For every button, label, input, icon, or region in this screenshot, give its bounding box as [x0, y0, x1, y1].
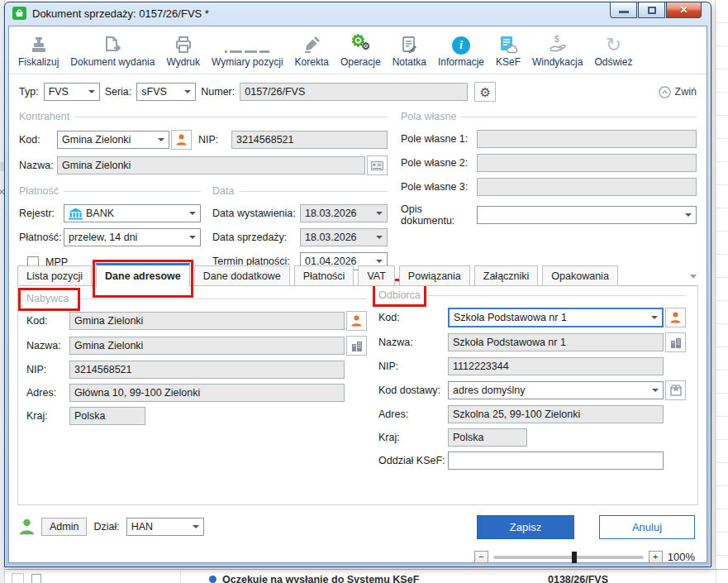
rejestr-label: Rejestr: — [19, 208, 64, 219]
sales-document-window: Dokument sprzedaży: 0157/26/FVS * ✕ Fisk… — [4, 2, 711, 567]
nabywca-adres-field: Główna 10, 99-100 Zielonki — [69, 384, 345, 402]
zoom-in-button[interactable]: + — [649, 551, 663, 563]
toolbar-wydruk[interactable]: Wydruk — [160, 32, 206, 68]
odbiorca-card-button[interactable] — [665, 308, 686, 327]
tab-vat[interactable]: VAT — [358, 265, 394, 286]
nabywca-nazwa-label: Nazwa: — [26, 340, 69, 351]
toolbar-ksef[interactable]: KSeF — [490, 32, 526, 68]
close-button[interactable]: ✕ — [666, 2, 702, 18]
hand-dollar-icon: $ — [547, 32, 569, 55]
odbiorca-kod-select[interactable]: Szkoła Podstawowa nr 1 — [448, 308, 664, 327]
toolbar-fiskalizuj[interactable]: Fiskalizuj — [12, 32, 64, 68]
tab-dane-adresowe[interactable]: Dane adresowe — [96, 263, 190, 287]
kontrahent-nip-field: 3214568521 — [231, 131, 388, 149]
numeration-settings-button[interactable]: ⚙ — [474, 82, 496, 102]
tab-lista-pozycji[interactable]: Lista pozycji — [17, 265, 92, 286]
numer-field: 0157/26/FVS — [240, 83, 468, 101]
nabywca-kraj-field: Polska — [69, 407, 145, 425]
document-header-row: Typ: FVS Seria: sFVS Numer: 0157/26/FVS … — [19, 81, 697, 103]
collapse-label: Zwiń — [675, 86, 697, 98]
divider — [426, 295, 686, 296]
collapse-arrow-icon — [659, 86, 671, 98]
chevron-down-icon — [652, 389, 659, 392]
maximize-button[interactable] — [638, 2, 665, 18]
pole-wlasne-1-label: Pole własne 1: — [401, 133, 477, 145]
toolbar-windykacja[interactable]: $ Windykacja — [526, 32, 588, 68]
tab-opakowania[interactable]: Opakowania — [542, 265, 618, 286]
nabywca-kraj-label: Kraj: — [26, 410, 69, 422]
chevron-down-icon — [376, 260, 383, 263]
person-icon — [351, 315, 362, 327]
cancel-button[interactable]: Anuluj — [599, 515, 695, 539]
pole-wlasne-1-field — [477, 130, 697, 148]
divider — [74, 299, 367, 299]
odbiorca-adres-value: Szkolna 25, 99-100 Zielonki — [453, 409, 580, 420]
kod-dostawy-select[interactable]: adres domyślny — [448, 381, 664, 399]
odbiorca-building-button[interactable] — [665, 332, 686, 352]
info-glyph: i — [452, 36, 470, 55]
toolbar-wymiary-pozycji[interactable]: Wymiary pozycji — [206, 32, 289, 68]
platnosc-select[interactable]: przelew, 14 dni — [64, 228, 201, 246]
toolbar-operacje[interactable]: ⚙⚙ Operacje — [335, 32, 387, 68]
nabywca-nip-value: 3214568521 — [74, 364, 132, 375]
list-icon — [225, 32, 269, 55]
group-title: Płatność — [19, 185, 59, 197]
data-wystawienia-picker[interactable]: 18.03.2026 — [300, 204, 388, 222]
data-sprzedazy-value: 18.03.2026 — [305, 232, 357, 243]
data-wystawienia-label: Data wystawienia: — [212, 208, 300, 219]
zoom-out-button[interactable]: − — [474, 551, 488, 563]
kontrahent-card-button[interactable] — [171, 130, 192, 150]
data-sprzedazy-picker[interactable]: 18.03.2026 — [300, 228, 388, 246]
titlebar[interactable]: Dokument sprzedaży: 0157/26/FVS * — [5, 2, 711, 24]
minimize-button[interactable] — [610, 2, 637, 18]
delivery-address-button[interactable] — [665, 380, 686, 400]
oddzial-ksef-field[interactable] — [448, 452, 664, 470]
tab-dane-dodatkowe[interactable]: Dane dodatkowe — [194, 265, 290, 286]
seria-label: Seria: — [105, 86, 132, 98]
tab-label: Powiązania — [408, 270, 461, 282]
kontrahent-details-button[interactable] — [367, 155, 388, 175]
dzial-select[interactable]: HAN — [126, 518, 204, 536]
divider — [239, 191, 388, 192]
toolbar-notatka[interactable]: Notatka — [387, 32, 432, 68]
odbiorca-nip-value: 1112223344 — [453, 361, 509, 372]
toolbar-informacje[interactable]: i Informacje — [432, 32, 490, 68]
zoom-slider[interactable] — [493, 556, 644, 559]
opis-dokumentu-select[interactable] — [477, 206, 697, 224]
tab-powiazania[interactable]: Powiązania — [399, 265, 470, 286]
tab-label: Płatności — [303, 270, 345, 282]
collapse-link[interactable]: Zwiń — [659, 86, 697, 98]
platnosc-group: Płatność Rejestr: BANK Płatność: przele — [19, 184, 201, 270]
tab-zalaczniki[interactable]: Załączniki — [474, 265, 539, 286]
tab-label: Lista pozycji — [26, 270, 83, 282]
person-icon — [670, 312, 681, 323]
note-icon — [399, 32, 419, 55]
kontrahent-kod-select[interactable]: Gmina Zielonki — [57, 131, 169, 149]
toolbar-odswiez[interactable]: ↻ Odśwież — [588, 32, 638, 68]
tab-label: Dane adresowe — [105, 270, 181, 282]
odbiorca-kod-value: Szkoła Podstawowa nr 1 — [454, 312, 567, 323]
grid-divider — [716, 570, 716, 583]
numer-label: Numer: — [201, 86, 235, 98]
background-cell — [12, 573, 24, 583]
nabywca-nip-label: NIP: — [26, 364, 69, 375]
tab-overflow-icon[interactable] — [690, 275, 697, 279]
pole-wlasne-3-label: Pole własne 3: — [401, 181, 477, 193]
rejestr-select[interactable]: BANK — [64, 204, 201, 222]
toolbar-korekta[interactable]: Korekta — [289, 32, 335, 68]
nabywca-card-button[interactable] — [346, 311, 367, 331]
toolbar-dokument-wydania[interactable]: Dokument wydania — [64, 32, 160, 68]
group-title: Data — [212, 185, 234, 197]
chevron-down-icon — [376, 236, 383, 239]
odbiorca-nazwa-field: Szkoła Podstawowa nr 1 — [448, 333, 664, 351]
tab-platnosci[interactable]: Płatności — [294, 265, 354, 286]
operator-button[interactable]: Admin — [41, 518, 87, 536]
seria-select[interactable]: sFVS — [136, 83, 196, 101]
building-icon — [351, 341, 363, 351]
nabywca-kraj-value: Polska — [74, 410, 106, 422]
typ-select[interactable]: FVS — [44, 83, 100, 101]
zoom-slider-thumb[interactable] — [572, 552, 577, 563]
nabywca-building-button[interactable] — [346, 336, 367, 356]
data-wystawienia-value: 18.03.2026 — [305, 208, 357, 219]
save-button[interactable]: Zapisz — [477, 515, 574, 539]
